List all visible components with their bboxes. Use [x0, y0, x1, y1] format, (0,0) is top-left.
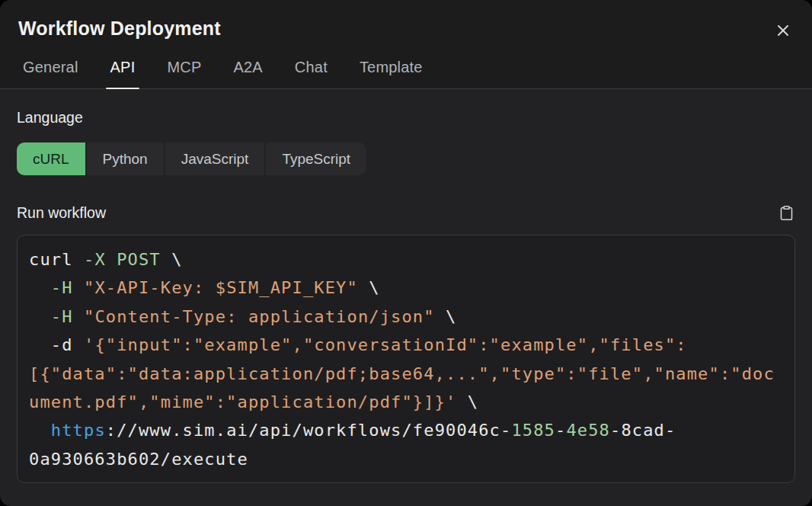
- run-workflow-label: Run workflow: [17, 204, 106, 222]
- dialog-title: Workflow Deployment: [18, 0, 794, 40]
- tab-a2a[interactable]: A2A: [229, 59, 267, 88]
- close-button[interactable]: [772, 20, 794, 41]
- code-line: curl -X POST \: [29, 245, 783, 274]
- close-icon: [774, 21, 792, 40]
- code-line: -H "X-API-Key: $SIM_API_KEY" \: [29, 274, 783, 302]
- dialog-header: Workflow Deployment GeneralAPIMCPA2AChat…: [0, 0, 812, 89]
- code-line: -d '{"input":"example","conversationId":…: [29, 331, 783, 359]
- language-selector: cURLPythonJavaScriptTypeScript: [17, 143, 366, 175]
- tab-chat[interactable]: Chat: [290, 59, 332, 88]
- language-option-typescript[interactable]: TypeScript: [266, 143, 366, 175]
- tab-api[interactable]: API: [106, 59, 140, 88]
- tab-general[interactable]: General: [18, 59, 83, 88]
- dialog-content: Language cURLPythonJavaScriptTypeScript …: [0, 109, 812, 483]
- clipboard-icon: [778, 204, 794, 222]
- language-option-python[interactable]: Python: [87, 143, 164, 175]
- code-line: 0a930663b602/execute: [29, 445, 783, 473]
- language-option-curl[interactable]: cURL: [17, 143, 85, 175]
- code-line: -H "Content-Type: application/json" \: [29, 303, 783, 331]
- code-line: [{"data":"data:application/pdf;base64,..…: [29, 360, 783, 388]
- copy-button[interactable]: [777, 203, 795, 222]
- code-line: https://www.sim.ai/api/workflows/fe90046…: [29, 416, 783, 444]
- code-block[interactable]: curl -X POST \ -H "X-API-Key: $SIM_API_K…: [17, 235, 795, 483]
- tab-mcp[interactable]: MCP: [162, 59, 206, 88]
- language-option-javascript[interactable]: JavaScript: [165, 143, 265, 175]
- tab-template[interactable]: Template: [355, 59, 427, 88]
- workflow-deployment-dialog: Workflow Deployment GeneralAPIMCPA2AChat…: [0, 0, 812, 506]
- language-label: Language: [17, 109, 795, 126]
- code-line: ument.pdf","mime":"application/pdf"}]}' …: [29, 388, 783, 416]
- tab-bar: GeneralAPIMCPA2AChatTemplate: [18, 59, 794, 88]
- run-workflow-row: Run workflow: [17, 203, 795, 222]
